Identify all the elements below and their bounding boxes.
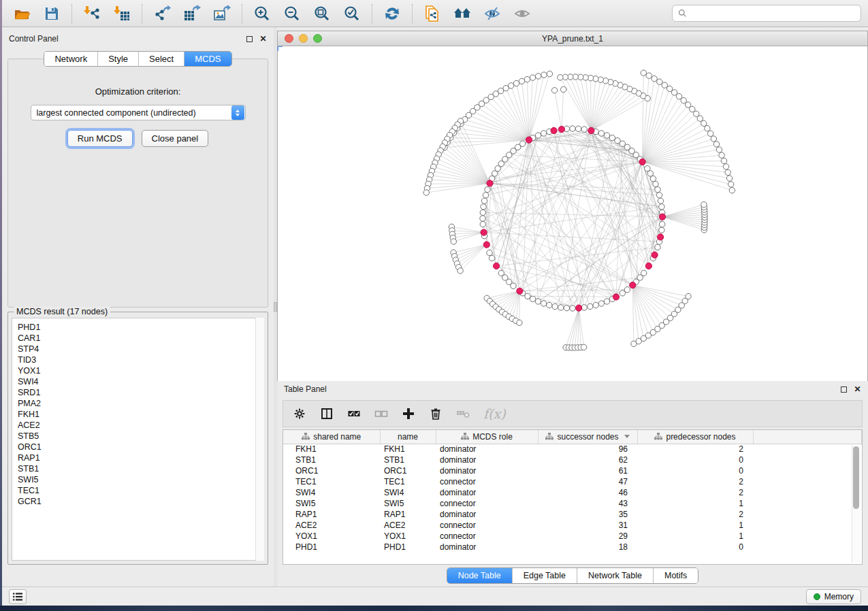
close-panel-icon[interactable]: ✕ xyxy=(259,35,267,43)
satellite-node[interactable] xyxy=(701,120,707,126)
cell-mcds-role[interactable]: dominator xyxy=(436,455,538,465)
network-node[interactable] xyxy=(575,126,581,131)
mcds-result-item[interactable]: TID3 xyxy=(18,354,263,365)
satellite-node[interactable] xyxy=(701,202,707,208)
open-file-button[interactable] xyxy=(9,3,35,24)
column-header-successor-nodes[interactable]: successor nodes xyxy=(538,430,637,444)
network-node[interactable] xyxy=(655,244,660,250)
node-table[interactable]: shared namenameMCDS rolesuccessor nodesp… xyxy=(283,430,862,552)
cell-successor-nodes[interactable]: 62 xyxy=(538,455,637,465)
delete-column-button[interactable] xyxy=(429,403,443,424)
cell-mcds-role[interactable]: dominator xyxy=(436,542,538,552)
save-session-button[interactable] xyxy=(39,3,65,24)
network-node[interactable] xyxy=(641,270,647,276)
mcds-result-item[interactable]: PHD1 xyxy=(18,322,263,333)
mcds-dominator-node[interactable] xyxy=(487,180,493,186)
cell-shared-name[interactable]: STB1 xyxy=(283,455,380,465)
cell-successor-nodes[interactable]: 96 xyxy=(538,444,637,455)
zoom-out-button[interactable] xyxy=(279,3,305,24)
network-node[interactable] xyxy=(615,138,620,144)
table-row[interactable]: FKH1FKH1dominator962 xyxy=(283,444,862,455)
network-node[interactable] xyxy=(481,198,487,203)
network-node[interactable] xyxy=(598,131,604,136)
satellite-node[interactable] xyxy=(711,136,716,142)
network-node[interactable] xyxy=(535,133,541,138)
mcds-result-item[interactable]: CAR1 xyxy=(18,333,263,344)
export-table-button[interactable] xyxy=(179,3,205,24)
cell-mcds-role[interactable]: dominator xyxy=(436,465,538,476)
tab-edge-table[interactable]: Edge Table xyxy=(513,568,577,583)
network-node[interactable] xyxy=(483,193,488,198)
mcds-dominator-node[interactable] xyxy=(639,159,645,165)
mcds-result-item[interactable]: ORC1 xyxy=(18,442,263,452)
satellite-node[interactable] xyxy=(690,106,695,112)
network-node[interactable] xyxy=(624,287,630,293)
cell-predecessor-nodes[interactable]: 1 xyxy=(637,531,753,542)
cell-name[interactable]: PHD1 xyxy=(380,542,436,552)
cell-predecessor-nodes[interactable]: 0 xyxy=(637,542,753,552)
table-row[interactable]: RAP1RAP1dominator352 xyxy=(283,509,862,520)
cell-name[interactable]: YOX1 xyxy=(380,531,436,542)
cell-successor-nodes[interactable]: 18 xyxy=(538,542,637,552)
mcds-dominator-node[interactable] xyxy=(652,252,658,258)
cell-successor-nodes[interactable]: 46 xyxy=(538,487,637,498)
mcds-dominator-node[interactable] xyxy=(483,242,489,248)
network-node[interactable] xyxy=(530,296,535,301)
import-table-button[interactable] xyxy=(109,3,135,24)
zoom-in-button[interactable] xyxy=(249,3,275,24)
refresh-layout-button[interactable] xyxy=(379,3,405,24)
network-node[interactable] xyxy=(598,301,604,306)
cell-predecessor-nodes[interactable]: 2 xyxy=(637,444,753,455)
cell-name[interactable]: SWI4 xyxy=(380,487,436,498)
network-node[interactable] xyxy=(480,221,485,227)
close-panel-button[interactable]: Close panel xyxy=(142,130,209,147)
add-column-button[interactable] xyxy=(402,403,415,424)
mcds-result-item[interactable]: PMA2 xyxy=(18,398,263,409)
cell-name[interactable]: TEC1 xyxy=(380,476,436,487)
cell-predecessor-nodes[interactable]: 0 xyxy=(637,455,753,465)
cell-name[interactable]: FKH1 xyxy=(380,444,436,455)
network-node[interactable] xyxy=(588,303,593,309)
satellite-node[interactable] xyxy=(457,268,463,274)
float-table-panel-icon[interactable] xyxy=(840,386,848,393)
tab-mcds[interactable]: MCDS xyxy=(184,52,231,66)
mcds-result-item[interactable]: YOX1 xyxy=(18,365,263,376)
mcds-dominator-node[interactable] xyxy=(645,263,652,269)
cell-predecessor-nodes[interactable]: 0 xyxy=(637,465,753,476)
satellite-node[interactable] xyxy=(685,102,690,108)
satellite-node[interactable] xyxy=(561,86,566,92)
satellite-node[interactable] xyxy=(547,71,552,76)
tab-motifs[interactable]: Motifs xyxy=(654,568,698,583)
satellite-node[interactable] xyxy=(541,72,547,78)
satellite-node[interactable] xyxy=(666,86,672,91)
satellite-node[interactable] xyxy=(451,239,456,244)
network-node[interactable] xyxy=(604,299,609,304)
cell-mcds-role[interactable]: connector xyxy=(436,520,538,531)
mcds-dominator-node[interactable] xyxy=(613,294,619,300)
network-node[interactable] xyxy=(660,221,665,227)
cell-shared-name[interactable]: ACE2 xyxy=(283,520,380,531)
cell-shared-name[interactable]: FKH1 xyxy=(283,444,380,455)
network-node[interactable] xyxy=(604,133,609,138)
network-node[interactable] xyxy=(581,305,587,310)
satellite-node[interactable] xyxy=(729,188,735,193)
import-network-button[interactable] xyxy=(79,3,105,24)
cell-successor-nodes[interactable]: 47 xyxy=(538,476,637,487)
satellite-node[interactable] xyxy=(726,176,732,181)
satellite-node[interactable] xyxy=(705,126,710,131)
mcds-result-item[interactable]: FKH1 xyxy=(18,409,263,420)
network-node[interactable] xyxy=(547,302,552,308)
network-node[interactable] xyxy=(535,299,541,304)
mcds-result-item[interactable]: SWI4 xyxy=(18,376,263,387)
tab-style[interactable]: Style xyxy=(98,52,139,66)
network-node[interactable] xyxy=(480,210,485,215)
show-columns-button[interactable] xyxy=(320,403,334,424)
satellite-node[interactable] xyxy=(646,73,652,78)
network-node[interactable] xyxy=(655,186,660,192)
satellite-node[interactable] xyxy=(694,111,699,116)
cell-mcds-role[interactable]: dominator xyxy=(436,509,538,520)
mcds-result-item[interactable]: STB5 xyxy=(18,431,263,442)
search-input[interactable] xyxy=(690,9,855,18)
cell-name[interactable]: SWI5 xyxy=(380,498,436,509)
network-node[interactable] xyxy=(650,176,656,181)
